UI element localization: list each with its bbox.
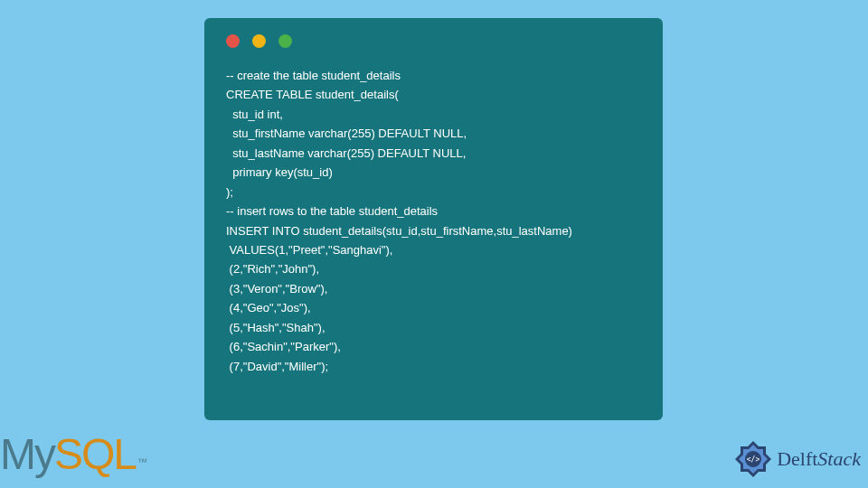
- code-line: (7,"David","Miller");: [226, 360, 328, 373]
- code-line: (3,"Veron","Brow"),: [226, 282, 327, 296]
- maximize-dot: [278, 34, 292, 48]
- code-line: (4,"Geo","Jos"),: [226, 301, 311, 314]
- window-controls: [226, 34, 641, 48]
- code-line: stu_id int,: [226, 108, 283, 121]
- delft-text-part1: Delft: [777, 447, 817, 471]
- delftstack-logo: </> DelftStack: [733, 439, 861, 479]
- code-content: -- create the table student_details CREA…: [226, 66, 641, 376]
- svg-text:</>: </>: [747, 455, 760, 464]
- code-line: stu_lastName varchar(255) DEFAULT NULL,: [226, 146, 466, 160]
- delftstack-text: DelftStack: [777, 447, 861, 471]
- code-line: );: [226, 185, 233, 199]
- delftstack-icon: </>: [733, 439, 773, 479]
- mysql-logo: MySQL™: [0, 429, 147, 479]
- code-line: -- create the table student_details: [226, 69, 401, 82]
- code-line: stu_firstName varchar(255) DEFAULT NULL,: [226, 127, 467, 140]
- code-line: VALUES(1,"Preet","Sanghavi"),: [226, 243, 392, 257]
- code-line: primary key(stu_id): [226, 165, 333, 179]
- code-line: INSERT INTO student_details(stu_id,stu_f…: [226, 224, 572, 238]
- code-line: (2,"Rich","John"),: [226, 262, 319, 276]
- code-line: CREATE TABLE student_details(: [226, 88, 399, 101]
- code-line: -- insert rows to the table student_deta…: [226, 204, 438, 218]
- mysql-logo-sql: SQL: [54, 429, 136, 479]
- minimize-dot: [252, 34, 266, 48]
- mysql-logo-my: My: [0, 429, 54, 479]
- code-line: (5,"Hash","Shah"),: [226, 321, 326, 334]
- mysql-logo-tm: ™: [137, 456, 147, 467]
- delft-text-part2: Stack: [817, 447, 861, 471]
- code-line: (6,"Sachin","Parker"),: [226, 340, 341, 353]
- code-window: -- create the table student_details CREA…: [204, 18, 663, 420]
- close-dot: [226, 34, 240, 48]
